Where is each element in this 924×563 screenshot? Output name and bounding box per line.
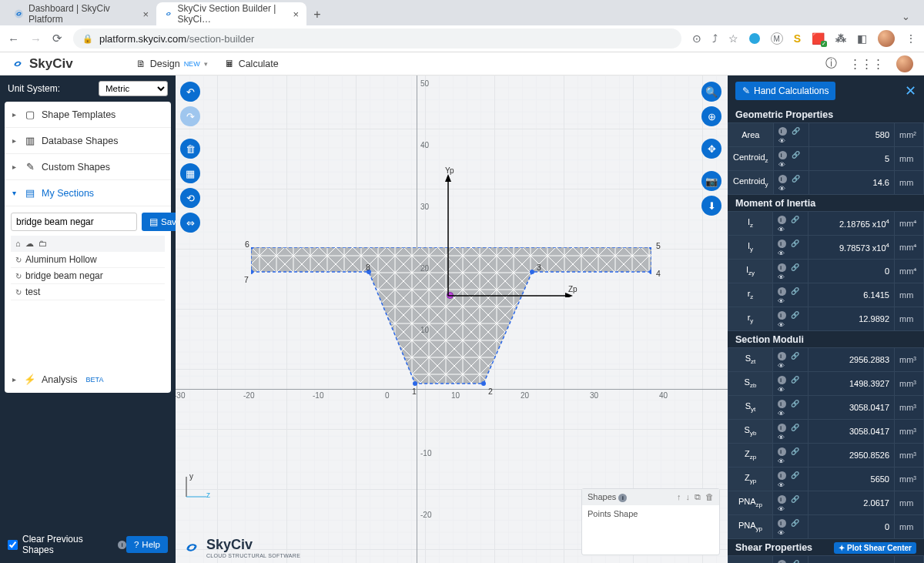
browser-tab-1[interactable]: SkyCiv Section Builder | SkyCi… × bbox=[156, 2, 306, 25]
eye-icon[interactable]: 👁 bbox=[778, 273, 787, 281]
info-icon[interactable]: i bbox=[778, 400, 786, 408]
camera-button[interactable]: 📷 bbox=[701, 171, 721, 191]
clear-prev-input[interactable] bbox=[8, 540, 18, 550]
info-icon[interactable]: i bbox=[778, 495, 786, 504]
user-avatar[interactable] bbox=[896, 55, 913, 72]
info-icon[interactable]: i bbox=[778, 287, 786, 296]
download-button[interactable]: ⬇ bbox=[701, 196, 721, 216]
eye-icon[interactable]: 👁 bbox=[778, 457, 787, 465]
search-icon[interactable]: ⊙ bbox=[692, 32, 701, 45]
link-icon[interactable]: 🔗 bbox=[792, 151, 802, 159]
link-icon[interactable]: 🔗 bbox=[791, 240, 802, 247]
help-button[interactable]: ?Help bbox=[126, 536, 168, 553]
list-item[interactable]: ↻ test bbox=[11, 284, 165, 300]
shapes-list-item[interactable]: Points Shape bbox=[588, 509, 714, 518]
ext-cloud-icon[interactable] bbox=[749, 33, 760, 44]
info-icon[interactable]: i bbox=[778, 151, 787, 159]
ext-shield-icon[interactable]: 🟥✓ bbox=[812, 32, 825, 45]
info-icon[interactable]: i bbox=[778, 263, 786, 272]
menu-calculate[interactable]: 🖩 Calculate bbox=[225, 59, 279, 69]
zoom-fit-button[interactable]: ⊕ bbox=[701, 106, 721, 126]
close-panel-icon[interactable]: ✕ bbox=[905, 82, 916, 99]
nav-reload-icon[interactable]: ⟳ bbox=[52, 32, 62, 45]
link-icon[interactable]: 🔗 bbox=[791, 352, 802, 360]
app-logo[interactable]: SkyCiv bbox=[11, 56, 73, 72]
redo-button[interactable]: ↷ bbox=[180, 106, 200, 126]
dimension-button[interactable]: ⇔ bbox=[180, 213, 200, 233]
eye-icon[interactable]: 👁 bbox=[778, 297, 787, 305]
center-button[interactable]: ✥ bbox=[701, 139, 721, 159]
apps-icon[interactable]: ⋮⋮⋮ bbox=[849, 57, 884, 71]
info-icon[interactable]: i bbox=[778, 127, 787, 136]
eye-icon[interactable]: 👁 bbox=[778, 362, 787, 370]
info-icon[interactable]: i bbox=[778, 376, 786, 384]
info-icon[interactable]: i bbox=[778, 311, 786, 320]
link-icon[interactable]: 🔗 bbox=[791, 447, 802, 455]
link-icon[interactable]: 🔗 bbox=[791, 424, 802, 431]
link-icon[interactable]: 🔗 bbox=[791, 263, 802, 271]
rotate-button[interactable]: ⟲ bbox=[180, 188, 200, 208]
move-down-icon[interactable]: ↓ bbox=[686, 492, 691, 502]
delete-button[interactable]: 🗑 bbox=[180, 139, 200, 159]
unit-system-select[interactable]: Metric bbox=[99, 81, 168, 96]
info-icon[interactable]: i bbox=[778, 175, 787, 183]
nav-back-icon[interactable]: ← bbox=[8, 32, 19, 45]
help-icon[interactable]: ⓘ bbox=[825, 56, 837, 71]
info-icon[interactable]: i bbox=[778, 519, 786, 528]
list-item[interactable]: ↻ bridge beam negar bbox=[11, 268, 165, 284]
menu-design[interactable]: 🗎 Design NEW ▾ bbox=[136, 59, 208, 69]
link-icon[interactable]: 🔗 bbox=[791, 287, 802, 295]
info-icon[interactable]: i bbox=[778, 240, 786, 248]
info-icon[interactable]: i bbox=[778, 560, 786, 564]
hand-calculations-button[interactable]: ✎Hand Calculations bbox=[735, 82, 835, 100]
star-icon[interactable]: ☆ bbox=[728, 32, 738, 45]
move-up-icon[interactable]: ↑ bbox=[677, 492, 681, 502]
link-icon[interactable]: 🔗 bbox=[791, 311, 802, 319]
folder-icon[interactable]: 🗀 bbox=[38, 239, 47, 249]
eye-icon[interactable]: 👁 bbox=[778, 529, 787, 537]
eye-icon[interactable]: 👁 bbox=[778, 505, 787, 513]
info-icon[interactable]: i bbox=[778, 447, 786, 456]
eye-icon[interactable]: 👁 bbox=[778, 481, 787, 489]
link-icon[interactable]: 🔗 bbox=[792, 175, 802, 183]
link-icon[interactable]: 🔗 bbox=[791, 400, 802, 407]
nav-forward-icon[interactable]: → bbox=[30, 32, 42, 45]
share-icon[interactable]: ⤴ bbox=[712, 32, 718, 45]
eye-icon[interactable]: 👁 bbox=[778, 137, 788, 145]
info-icon[interactable]: i bbox=[118, 541, 126, 549]
info-icon[interactable]: i bbox=[778, 352, 786, 360]
browser-tab-0[interactable]: Dashboard | SkyCiv Platform × bbox=[6, 2, 156, 25]
eye-icon[interactable]: 👁 bbox=[778, 321, 787, 329]
shapes-list[interactable]: Points Shape bbox=[582, 505, 719, 555]
omnibox[interactable]: 🔒 platform.skyciv.com/section-builder bbox=[73, 28, 681, 49]
tab-close-icon[interactable]: × bbox=[293, 8, 299, 20]
acc-analysis[interactable]: ▸⚡AnalysisBETA bbox=[5, 366, 171, 393]
acc-shape-templates[interactable]: ▸▢Shape Templates bbox=[5, 102, 171, 128]
eye-icon[interactable]: 👁 bbox=[778, 226, 787, 233]
link-icon[interactable]: 🔗 bbox=[791, 376, 802, 384]
clear-prev-checkbox[interactable]: Clear Previous Shapes i bbox=[8, 534, 126, 555]
eye-icon[interactable]: 👁 bbox=[778, 410, 787, 417]
extensions-icon[interactable]: ⁂ bbox=[835, 32, 846, 45]
info-icon[interactable]: i bbox=[778, 424, 786, 432]
plot-shear-button[interactable]: ✦ Plot Shear Center bbox=[834, 542, 916, 554]
home-icon[interactable]: ⌂ bbox=[15, 239, 21, 249]
ext-m-icon[interactable]: M bbox=[771, 32, 783, 45]
copy-icon[interactable]: ⧉ bbox=[695, 492, 701, 502]
eye-icon[interactable]: 👁 bbox=[778, 386, 787, 394]
sidepanel-icon[interactable]: ◧ bbox=[857, 32, 867, 45]
eye-icon[interactable]: 👁 bbox=[778, 250, 787, 257]
info-icon[interactable]: i bbox=[778, 216, 786, 224]
info-icon[interactable]: i bbox=[618, 494, 627, 502]
list-item[interactable]: ↻ Aluminum Hollow bbox=[11, 252, 165, 268]
link-icon[interactable]: 🔗 bbox=[791, 216, 802, 223]
eye-icon[interactable]: 👁 bbox=[778, 434, 787, 441]
undo-button[interactable]: ↶ bbox=[180, 82, 200, 102]
profile-avatar[interactable] bbox=[878, 30, 895, 47]
zoom-in-button[interactable]: 🔍 bbox=[701, 82, 721, 102]
link-icon[interactable]: 🔗 bbox=[791, 471, 802, 479]
section-name-input[interactable] bbox=[11, 213, 137, 231]
link-icon[interactable]: 🔗 bbox=[791, 495, 802, 503]
canvas-area[interactable]: Yp Zp ↶ ↷ 🗑 ▦ ⟲ ⇔ 🔍 ⊕ ✥ 📷 ⬇ y z bbox=[176, 75, 728, 563]
grid-button[interactable]: ▦ bbox=[180, 163, 200, 183]
